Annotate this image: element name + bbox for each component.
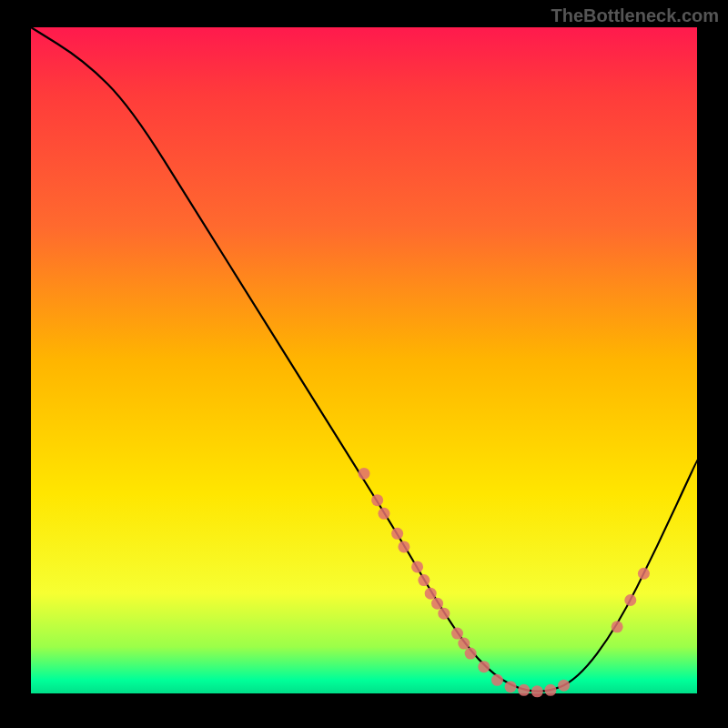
scatter-point (425, 588, 437, 600)
scatter-point (491, 674, 503, 686)
watermark-text: TheBottleneck.com (551, 5, 719, 26)
scatter-point (378, 508, 389, 520)
scatter-point (544, 684, 556, 696)
scatter-point (359, 468, 370, 480)
scatter-point (638, 568, 650, 580)
scatter-point (612, 621, 623, 632)
scatter-point (398, 541, 410, 552)
bottleneck-curve (31, 27, 697, 692)
scatter-point (624, 594, 636, 606)
scatter-point (411, 561, 423, 572)
scatter-point (465, 648, 477, 660)
scatter-point (558, 680, 570, 692)
chart-svg (31, 27, 697, 693)
scatter-points (359, 468, 650, 697)
scatter-point (518, 684, 530, 696)
scatter-point (371, 494, 383, 506)
scatter-point (431, 598, 443, 610)
chart-container: TheBottleneck.com (0, 0, 728, 728)
scatter-point (438, 608, 450, 620)
scatter-point (451, 628, 463, 640)
scatter-point (418, 574, 430, 586)
scatter-point (391, 528, 403, 540)
scatter-point (458, 638, 470, 650)
scatter-point (478, 661, 490, 672)
scatter-point (505, 681, 517, 693)
plot-area (31, 27, 697, 693)
scatter-point (531, 685, 543, 697)
